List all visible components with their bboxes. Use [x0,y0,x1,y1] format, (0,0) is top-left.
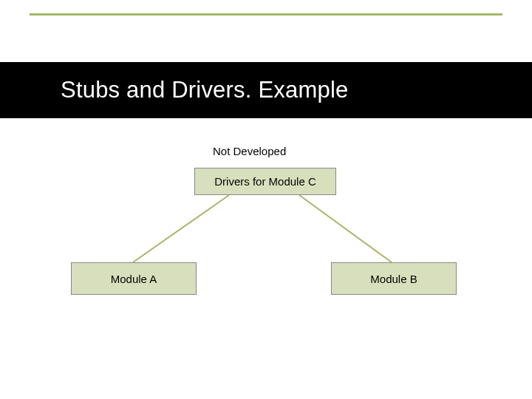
slide-title: Stubs and Drivers. Example [61,62,348,118]
driver-module-c-label: Drivers for Module C [214,175,316,188]
svg-line-0 [133,195,229,262]
module-b-label: Module B [370,273,417,285]
not-developed-label: Not Developed [213,145,286,157]
connector-lines [0,0,532,399]
module-a-label: Module A [111,273,157,285]
title-band: Stubs and Drivers. Example [0,62,532,118]
top-rule [30,13,502,16]
module-a-box: Module A [71,262,197,295]
svg-line-1 [299,195,392,262]
module-b-box: Module B [331,262,457,295]
driver-module-c-box: Drivers for Module C [194,168,336,195]
